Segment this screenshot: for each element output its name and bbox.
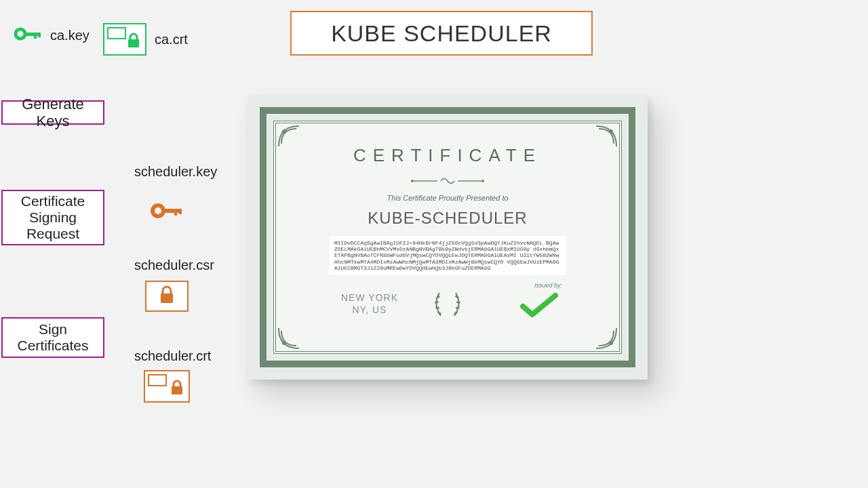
svg-point-14 [609, 341, 613, 345]
flourish-icon [595, 125, 618, 148]
scheduler-crt-label: scheduler.crt [134, 348, 211, 364]
generate-keys-label: Generate Keys [9, 96, 96, 130]
lock-icon [126, 33, 141, 52]
svg-point-23 [456, 306, 460, 309]
svg-point-16 [481, 180, 484, 182]
ca-key-label: ca.key [50, 28, 90, 43]
laurel-seal-icon [429, 285, 467, 323]
svg-point-18 [435, 301, 439, 304]
svg-rect-8 [179, 209, 182, 214]
certificate-icon [103, 23, 146, 56]
svg-rect-6 [162, 209, 180, 213]
svg-rect-2 [34, 33, 37, 39]
flourish-icon [277, 125, 300, 148]
svg-point-15 [411, 180, 414, 182]
csr-icon [145, 281, 189, 312]
svg-rect-3 [38, 33, 41, 37]
svg-rect-7 [174, 209, 177, 216]
flourish-icon [277, 327, 300, 350]
svg-point-19 [435, 306, 439, 309]
certificate-icon [144, 370, 190, 403]
sign-certificates-box: Sign Certificates [1, 317, 104, 358]
checkmark-icon [520, 291, 558, 321]
csr-box: Certificate Signing Request [1, 190, 104, 245]
flourish-icon [595, 327, 618, 350]
svg-rect-9 [161, 293, 173, 303]
svg-point-22 [456, 301, 460, 304]
svg-point-12 [609, 129, 613, 134]
lock-icon [159, 285, 175, 307]
svg-point-13 [282, 341, 286, 345]
svg-point-11 [282, 129, 286, 134]
page-title: KUBE SCHEDULER [331, 20, 552, 47]
certificate-location: NEW YORK NY, US [322, 291, 417, 316]
ca-key-group: ca.key [14, 26, 90, 45]
certificate-location-line2: NY, US [322, 304, 417, 316]
certificate-body: MIIDvDCCAqSgAwIBAgIUFZJ+94HkBrNF4jjZS6cV… [329, 236, 566, 275]
svg-rect-4 [128, 39, 139, 47]
sign-label: Sign Certificates [9, 321, 96, 354]
csr-label: Certificate Signing Request [9, 193, 96, 242]
key-icon [151, 202, 184, 222]
divider-flourish-icon [248, 175, 648, 190]
certificate-issued-by-label: Issued by: [534, 282, 562, 289]
certificate-location-line1: NEW YORK [322, 291, 417, 304]
generate-keys-box: Generate Keys [1, 100, 104, 125]
page-title-box: KUBE SCHEDULER [290, 11, 593, 56]
svg-rect-10 [172, 386, 182, 394]
lock-icon [170, 380, 184, 399]
scheduler-key-label: scheduler.key [134, 164, 217, 180]
certificate-presented-to: This Certificate Proudly Presented to [248, 194, 648, 202]
scheduler-csr-label: scheduler.csr [134, 258, 214, 273]
svg-point-5 [153, 205, 163, 216]
certificate-heading: CERTIFICATE [248, 145, 648, 166]
ca-crt-label: ca.crt [155, 32, 188, 47]
ca-crt-group: ca.crt [103, 23, 188, 56]
certificate-name: KUBE-SCHEDULER [248, 209, 648, 228]
key-icon [14, 26, 43, 45]
svg-point-0 [16, 29, 25, 39]
certificate-card: CERTIFICATE This Certificate Proudly Pre… [248, 95, 648, 380]
